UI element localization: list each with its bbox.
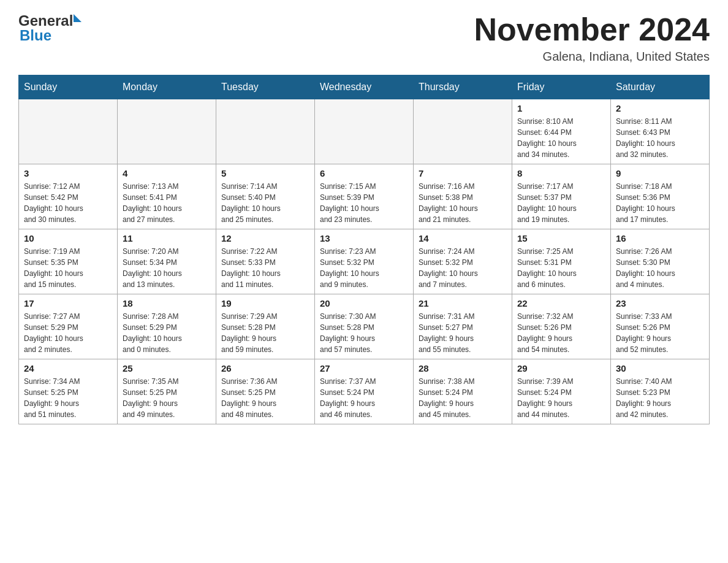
day-info: Sunrise: 7:27 AM Sunset: 5:29 PM Dayligh… bbox=[24, 311, 112, 355]
logo: General Blue bbox=[18, 12, 82, 44]
calendar-cell: 1Sunrise: 8:10 AM Sunset: 6:44 PM Daylig… bbox=[512, 99, 611, 164]
calendar-cell: 20Sunrise: 7:30 AM Sunset: 5:28 PM Dayli… bbox=[315, 294, 414, 359]
day-number: 27 bbox=[320, 363, 408, 373]
day-header-friday: Friday bbox=[512, 75, 611, 99]
day-header-saturday: Saturday bbox=[611, 75, 710, 99]
logo-line2: Blue bbox=[18, 27, 51, 44]
day-number: 18 bbox=[123, 298, 211, 308]
day-header-thursday: Thursday bbox=[414, 75, 512, 99]
day-number: 15 bbox=[517, 233, 605, 243]
calendar-cell: 24Sunrise: 7:34 AM Sunset: 5:25 PM Dayli… bbox=[19, 359, 118, 424]
day-info: Sunrise: 7:24 AM Sunset: 5:32 PM Dayligh… bbox=[419, 246, 507, 290]
calendar-body: 1Sunrise: 8:10 AM Sunset: 6:44 PM Daylig… bbox=[19, 99, 710, 424]
calendar-cell: 16Sunrise: 7:26 AM Sunset: 5:30 PM Dayli… bbox=[611, 229, 710, 294]
day-info: Sunrise: 7:26 AM Sunset: 5:30 PM Dayligh… bbox=[616, 246, 704, 290]
day-info: Sunrise: 7:40 AM Sunset: 5:23 PM Dayligh… bbox=[616, 376, 704, 420]
calendar-cell: 14Sunrise: 7:24 AM Sunset: 5:32 PM Dayli… bbox=[414, 229, 512, 294]
day-number: 16 bbox=[616, 233, 704, 243]
day-number: 29 bbox=[517, 363, 605, 373]
calendar-week-5: 24Sunrise: 7:34 AM Sunset: 5:25 PM Dayli… bbox=[19, 359, 710, 424]
day-info: Sunrise: 7:25 AM Sunset: 5:31 PM Dayligh… bbox=[517, 246, 605, 290]
calendar-week-2: 3Sunrise: 7:12 AM Sunset: 5:42 PM Daylig… bbox=[19, 164, 710, 229]
day-number: 25 bbox=[123, 363, 211, 373]
calendar-cell: 11Sunrise: 7:20 AM Sunset: 5:34 PM Dayli… bbox=[118, 229, 216, 294]
location: Galena, Indiana, United States bbox=[474, 50, 710, 64]
calendar-cell: 9Sunrise: 7:18 AM Sunset: 5:36 PM Daylig… bbox=[611, 164, 710, 229]
day-header-monday: Monday bbox=[118, 75, 216, 99]
day-info: Sunrise: 7:36 AM Sunset: 5:25 PM Dayligh… bbox=[221, 376, 309, 420]
calendar-cell: 8Sunrise: 7:17 AM Sunset: 5:37 PM Daylig… bbox=[512, 164, 611, 229]
day-info: Sunrise: 7:33 AM Sunset: 5:26 PM Dayligh… bbox=[616, 311, 704, 355]
day-info: Sunrise: 7:19 AM Sunset: 5:35 PM Dayligh… bbox=[24, 246, 112, 290]
calendar-cell: 29Sunrise: 7:39 AM Sunset: 5:24 PM Dayli… bbox=[512, 359, 611, 424]
calendar-week-1: 1Sunrise: 8:10 AM Sunset: 6:44 PM Daylig… bbox=[19, 99, 710, 164]
calendar-cell: 21Sunrise: 7:31 AM Sunset: 5:27 PM Dayli… bbox=[414, 294, 512, 359]
day-info: Sunrise: 7:20 AM Sunset: 5:34 PM Dayligh… bbox=[123, 246, 211, 290]
title-block: November 2024 Galena, Indiana, United St… bbox=[474, 12, 710, 64]
calendar-cell bbox=[414, 99, 512, 164]
calendar-week-3: 10Sunrise: 7:19 AM Sunset: 5:35 PM Dayli… bbox=[19, 229, 710, 294]
calendar-cell bbox=[19, 99, 118, 164]
day-info: Sunrise: 8:11 AM Sunset: 6:43 PM Dayligh… bbox=[616, 116, 704, 160]
calendar-cell: 26Sunrise: 7:36 AM Sunset: 5:25 PM Dayli… bbox=[216, 359, 315, 424]
day-number: 3 bbox=[24, 168, 112, 178]
day-number: 24 bbox=[24, 363, 112, 373]
day-number: 8 bbox=[517, 168, 605, 178]
day-number: 17 bbox=[24, 298, 112, 308]
day-number: 30 bbox=[616, 363, 704, 373]
day-number: 6 bbox=[320, 168, 408, 178]
day-info: Sunrise: 8:10 AM Sunset: 6:44 PM Dayligh… bbox=[517, 116, 605, 160]
calendar-cell: 23Sunrise: 7:33 AM Sunset: 5:26 PM Dayli… bbox=[611, 294, 710, 359]
day-info: Sunrise: 7:28 AM Sunset: 5:29 PM Dayligh… bbox=[123, 311, 211, 355]
day-number: 2 bbox=[616, 103, 704, 113]
day-number: 11 bbox=[123, 233, 211, 243]
day-header-sunday: Sunday bbox=[19, 75, 118, 99]
calendar-cell: 27Sunrise: 7:37 AM Sunset: 5:24 PM Dayli… bbox=[315, 359, 414, 424]
day-number: 12 bbox=[221, 233, 309, 243]
day-info: Sunrise: 7:16 AM Sunset: 5:38 PM Dayligh… bbox=[419, 181, 507, 225]
day-number: 9 bbox=[616, 168, 704, 178]
calendar-cell: 12Sunrise: 7:22 AM Sunset: 5:33 PM Dayli… bbox=[216, 229, 315, 294]
day-number: 22 bbox=[517, 298, 605, 308]
calendar-cell bbox=[118, 99, 216, 164]
day-info: Sunrise: 7:35 AM Sunset: 5:25 PM Dayligh… bbox=[123, 376, 211, 420]
day-info: Sunrise: 7:14 AM Sunset: 5:40 PM Dayligh… bbox=[221, 181, 309, 225]
day-number: 5 bbox=[221, 168, 309, 178]
day-info: Sunrise: 7:39 AM Sunset: 5:24 PM Dayligh… bbox=[517, 376, 605, 420]
calendar-cell: 28Sunrise: 7:38 AM Sunset: 5:24 PM Dayli… bbox=[414, 359, 512, 424]
day-info: Sunrise: 7:17 AM Sunset: 5:37 PM Dayligh… bbox=[517, 181, 605, 225]
calendar-cell: 5Sunrise: 7:14 AM Sunset: 5:40 PM Daylig… bbox=[216, 164, 315, 229]
day-info: Sunrise: 7:30 AM Sunset: 5:28 PM Dayligh… bbox=[320, 311, 408, 355]
calendar-cell: 22Sunrise: 7:32 AM Sunset: 5:26 PM Dayli… bbox=[512, 294, 611, 359]
calendar-cell: 7Sunrise: 7:16 AM Sunset: 5:38 PM Daylig… bbox=[414, 164, 512, 229]
day-number: 10 bbox=[24, 233, 112, 243]
day-info: Sunrise: 7:29 AM Sunset: 5:28 PM Dayligh… bbox=[221, 311, 309, 355]
calendar-table: SundayMondayTuesdayWednesdayThursdayFrid… bbox=[18, 75, 710, 424]
day-number: 26 bbox=[221, 363, 309, 373]
logo-arrow-icon bbox=[74, 14, 82, 22]
calendar-cell: 15Sunrise: 7:25 AM Sunset: 5:31 PM Dayli… bbox=[512, 229, 611, 294]
day-info: Sunrise: 7:12 AM Sunset: 5:42 PM Dayligh… bbox=[24, 181, 112, 225]
calendar-cell: 30Sunrise: 7:40 AM Sunset: 5:23 PM Dayli… bbox=[611, 359, 710, 424]
month-title: November 2024 bbox=[474, 12, 710, 47]
day-number: 19 bbox=[221, 298, 309, 308]
day-info: Sunrise: 7:38 AM Sunset: 5:24 PM Dayligh… bbox=[419, 376, 507, 420]
day-number: 21 bbox=[419, 298, 507, 308]
day-info: Sunrise: 7:37 AM Sunset: 5:24 PM Dayligh… bbox=[320, 376, 408, 420]
calendar-week-4: 17Sunrise: 7:27 AM Sunset: 5:29 PM Dayli… bbox=[19, 294, 710, 359]
calendar-cell: 4Sunrise: 7:13 AM Sunset: 5:41 PM Daylig… bbox=[118, 164, 216, 229]
calendar-cell: 3Sunrise: 7:12 AM Sunset: 5:42 PM Daylig… bbox=[19, 164, 118, 229]
day-number: 23 bbox=[616, 298, 704, 308]
day-header-wednesday: Wednesday bbox=[315, 75, 414, 99]
calendar-cell: 17Sunrise: 7:27 AM Sunset: 5:29 PM Dayli… bbox=[19, 294, 118, 359]
calendar-cell: 25Sunrise: 7:35 AM Sunset: 5:25 PM Dayli… bbox=[118, 359, 216, 424]
day-number: 1 bbox=[517, 103, 605, 113]
day-info: Sunrise: 7:18 AM Sunset: 5:36 PM Dayligh… bbox=[616, 181, 704, 225]
day-info: Sunrise: 7:31 AM Sunset: 5:27 PM Dayligh… bbox=[419, 311, 507, 355]
day-header-tuesday: Tuesday bbox=[216, 75, 315, 99]
page-header: General Blue November 2024 Galena, India… bbox=[18, 12, 710, 64]
day-number: 28 bbox=[419, 363, 507, 373]
day-info: Sunrise: 7:13 AM Sunset: 5:41 PM Dayligh… bbox=[123, 181, 211, 225]
day-info: Sunrise: 7:23 AM Sunset: 5:32 PM Dayligh… bbox=[320, 246, 408, 290]
calendar-header: SundayMondayTuesdayWednesdayThursdayFrid… bbox=[19, 75, 710, 99]
